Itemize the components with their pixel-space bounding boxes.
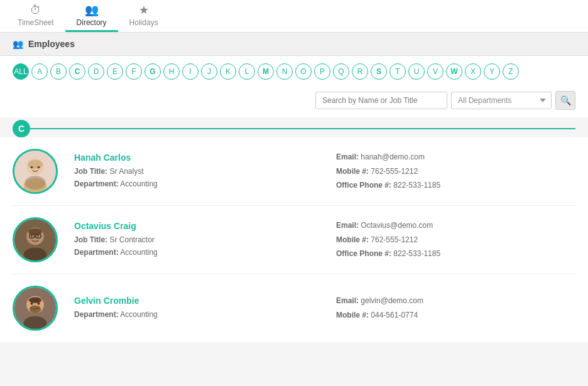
alpha-btn-r[interactable]: R <box>352 63 368 80</box>
alpha-btn-a[interactable]: A <box>31 63 48 80</box>
office-phone: Office Phone #: 822-533-1185 <box>336 178 575 193</box>
alpha-btn-g[interactable]: G <box>144 63 161 80</box>
alpha-btn-h[interactable]: H <box>163 63 180 80</box>
employee-info: Hanah CarlosJob Title: Sr AnalystDepartm… <box>68 153 313 191</box>
avatar <box>13 286 58 331</box>
mobile: Mobile #: 762-555-1212 <box>336 164 575 179</box>
alpha-btn-n[interactable]: N <box>276 63 293 80</box>
tab-holidays[interactable]: ★ Holidays <box>118 0 170 32</box>
employee-detail: Job Title: Sr AnalystDepartment: Account… <box>74 165 313 191</box>
alpha-btn-w[interactable]: W <box>446 63 462 80</box>
employee-contact: Email: Octavius@demo.comMobile #: 762-55… <box>324 218 575 261</box>
department: Department: Accounting <box>74 178 313 190</box>
svg-point-15 <box>31 235 33 237</box>
search-icon: 🔍 <box>560 95 571 105</box>
svg-point-5 <box>31 166 33 169</box>
letter-line <box>30 128 575 129</box>
svg-point-17 <box>28 228 42 235</box>
search-row: All Departments 🔍 <box>0 87 588 117</box>
alpha-btn-u[interactable]: U <box>408 63 425 80</box>
holidays-icon: ★ <box>139 3 149 17</box>
avatar <box>13 149 58 194</box>
search-input[interactable] <box>315 92 447 109</box>
svg-point-16 <box>37 235 39 237</box>
alpha-btn-s[interactable]: S <box>371 63 387 80</box>
alpha-btn-f[interactable]: F <box>126 63 142 80</box>
svg-point-25 <box>29 298 41 303</box>
tab-timesheet-label: TimeSheet <box>18 18 54 27</box>
section-title: Employees <box>28 39 75 49</box>
search-button[interactable]: 🔍 <box>555 91 575 110</box>
department-select[interactable]: All Departments <box>451 92 552 109</box>
alpha-btn-b[interactable]: B <box>50 63 67 80</box>
alpha-btn-q[interactable]: Q <box>333 63 349 80</box>
alpha-btn-x[interactable]: X <box>465 63 481 80</box>
alpha-btn-y[interactable]: Y <box>484 63 500 80</box>
tab-holidays-label: Holidays <box>129 18 158 27</box>
section-header: 👥 Employees <box>0 33 588 56</box>
alphabet-bar: ALLABCDEFGHIJKLMNOPQRSTUVWXYZ <box>0 56 588 87</box>
timesheet-icon: ⏱ <box>30 4 41 17</box>
email: Email: hanah@demo.com <box>336 150 575 164</box>
alpha-btn-j[interactable]: J <box>201 63 217 80</box>
employee-card: Hanah CarlosJob Title: Sr AnalystDepartm… <box>13 137 575 206</box>
alpha-btn-i[interactable]: I <box>182 63 199 80</box>
employee-detail: Department: Accounting <box>74 308 313 321</box>
employee-card: Octavius CraigJob Title: Sr ContractorDe… <box>13 206 575 274</box>
svg-point-7 <box>25 176 46 190</box>
employee-contact: Email: hanah@demo.comMobile #: 762-555-1… <box>324 150 575 193</box>
job-title: Job Title: Sr Contractor <box>74 233 313 246</box>
department: Department: Accounting <box>74 246 313 259</box>
mobile: Mobile #: 762-555-1212 <box>336 233 575 247</box>
avatar <box>13 217 58 262</box>
alpha-btn-l[interactable]: L <box>239 63 255 80</box>
section-icon: 👥 <box>13 39 23 49</box>
email: Email: Octavius@demo.com <box>336 218 575 233</box>
tab-directory[interactable]: 👥 Directory <box>65 0 118 32</box>
employee-name[interactable]: Octavius Craig <box>74 221 313 231</box>
alpha-btn-k[interactable]: K <box>220 63 236 80</box>
employee-info: Octavius CraigJob Title: Sr ContractorDe… <box>68 221 313 259</box>
tabs-bar: ⏱ TimeSheet 👥 Directory ★ Holidays <box>0 0 588 33</box>
svg-point-22 <box>31 303 33 305</box>
svg-point-4 <box>28 160 43 169</box>
alpha-btn-all[interactable]: ALL <box>13 63 29 80</box>
alpha-btn-o[interactable]: O <box>295 63 312 80</box>
alpha-btn-v[interactable]: V <box>427 63 444 80</box>
mobile: Mobile #: 044-561-0774 <box>336 308 575 323</box>
tab-directory-label: Directory <box>77 18 107 27</box>
employee-list: Hanah CarlosJob Title: Sr AnalystDepartm… <box>0 137 588 342</box>
job-title: Job Title: Sr Analyst <box>74 165 313 178</box>
alpha-btn-m[interactable]: M <box>258 63 274 80</box>
employee-info: Gelvin CrombieDepartment: Accounting <box>68 296 313 321</box>
office-phone: Office Phone #: 822-533-1185 <box>336 247 575 261</box>
employee-name[interactable]: Gelvin Crombie <box>74 296 313 306</box>
employee-name[interactable]: Hanah Carlos <box>74 153 313 163</box>
alpha-btn-p[interactable]: P <box>314 63 330 80</box>
alpha-btn-z[interactable]: Z <box>503 63 519 80</box>
alpha-btn-d[interactable]: D <box>88 63 104 80</box>
employee-card: Gelvin CrombieDepartment: AccountingEmai… <box>13 274 575 342</box>
svg-point-23 <box>38 303 40 305</box>
tab-timesheet[interactable]: ⏱ TimeSheet <box>6 0 65 32</box>
letter-bubble: C <box>13 120 30 137</box>
department: Department: Accounting <box>74 308 313 321</box>
svg-point-6 <box>38 166 40 169</box>
directory-icon: 👥 <box>85 3 99 17</box>
alpha-btn-e[interactable]: E <box>107 63 123 80</box>
employee-detail: Job Title: Sr ContractorDepartment: Acco… <box>74 233 313 259</box>
alpha-btn-t[interactable]: T <box>389 63 406 80</box>
letter-divider: C <box>0 120 588 137</box>
email: Email: gelvin@demo.com <box>336 294 575 308</box>
alpha-btn-c[interactable]: C <box>69 63 85 80</box>
employee-contact: Email: gelvin@demo.comMobile #: 044-561-… <box>324 294 575 323</box>
